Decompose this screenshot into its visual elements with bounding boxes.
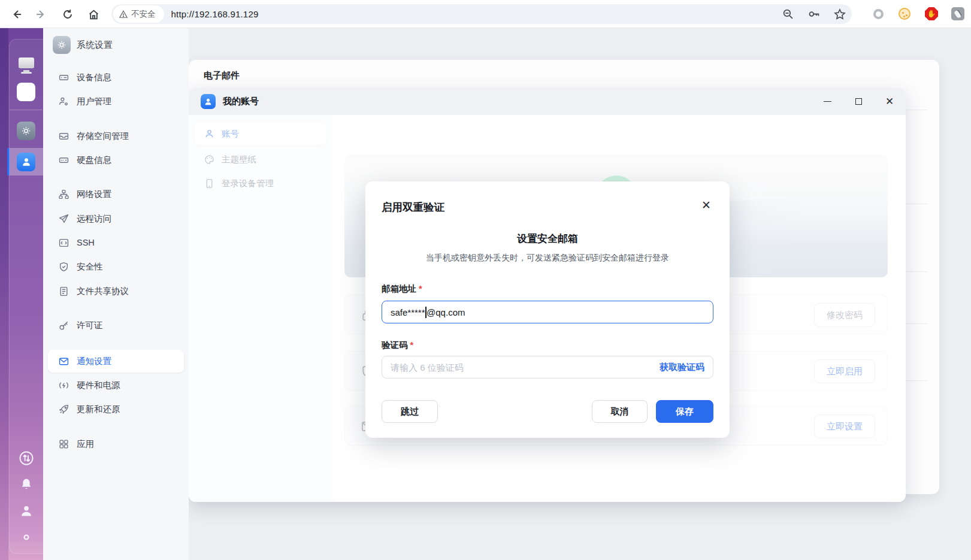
menu-label: 文件共享协议 bbox=[77, 286, 129, 297]
sidebar-item-storage-management[interactable]: 存储空间管理 bbox=[48, 125, 184, 147]
menu-label: 安全性 bbox=[77, 261, 103, 273]
menu-label: 硬盘信息 bbox=[77, 155, 111, 166]
menu-label: 存储空间管理 bbox=[77, 131, 129, 142]
settings-gear-icon[interactable] bbox=[9, 523, 43, 551]
account-window-icon bbox=[201, 94, 216, 109]
terminal-icon bbox=[59, 238, 69, 248]
reload-icon[interactable] bbox=[59, 5, 77, 23]
menu-label: 应用 bbox=[77, 438, 94, 450]
desktop-icon[interactable] bbox=[9, 49, 43, 77]
menu-label: 远程访问 bbox=[77, 213, 111, 225]
dialog-heading: 设置安全邮箱 bbox=[365, 232, 730, 246]
url-text[interactable]: http://192.168.91.129 bbox=[171, 9, 259, 19]
account-app-icon[interactable] bbox=[9, 148, 43, 175]
sidebar-item-network-settings[interactable]: 网络设置 bbox=[48, 183, 184, 205]
back-icon[interactable] bbox=[8, 5, 26, 23]
browser-toolbar: 不安全 http://192.168.91.129 ✋ bbox=[0, 0, 971, 28]
maximize-icon[interactable] bbox=[853, 96, 864, 107]
required-asterisk: * bbox=[410, 340, 414, 350]
cancel-button[interactable]: 取消 bbox=[592, 400, 648, 423]
grid-icon bbox=[59, 439, 69, 449]
sidebar-item-update-restore[interactable]: 更新和还原 bbox=[48, 398, 184, 420]
disk-icon bbox=[59, 155, 69, 165]
my-account-titlebar[interactable]: 我的账号 ✕ bbox=[189, 88, 906, 115]
sidebar-item-device-info[interactable]: 设备信息 bbox=[48, 66, 184, 89]
email-value-domain: @qq.com bbox=[426, 307, 465, 317]
dialog-close-icon[interactable]: ✕ bbox=[700, 198, 713, 211]
address-bar-actions bbox=[782, 4, 846, 24]
save-button[interactable]: 保存 bbox=[656, 400, 713, 423]
required-asterisk: * bbox=[419, 284, 422, 293]
sidebar-item-security[interactable]: 安全性 bbox=[48, 255, 184, 278]
document-icon bbox=[59, 286, 69, 296]
sidebar-item-remote-access[interactable]: 远程访问 bbox=[48, 207, 184, 230]
settings-menu-title: 系统设置 bbox=[77, 40, 113, 51]
menu-label: 通知设置 bbox=[77, 356, 111, 367]
extension-adblock-icon[interactable]: ✋ bbox=[924, 7, 939, 21]
app-center-icon[interactable] bbox=[9, 78, 43, 105]
sidebar-item-hardware-power[interactable]: 硬件和电源 bbox=[48, 374, 184, 396]
shield-icon bbox=[59, 262, 69, 272]
get-code-link[interactable]: 获取验证码 bbox=[660, 362, 704, 373]
rocket-icon bbox=[59, 404, 69, 414]
forward-icon[interactable] bbox=[32, 5, 50, 23]
code-label: 验证码* bbox=[382, 340, 413, 351]
menu-label: SSH bbox=[77, 238, 95, 247]
email-panel-title: 电子邮件 bbox=[204, 70, 240, 81]
extension-donut-icon[interactable] bbox=[871, 7, 885, 21]
enable-2fa-dialog: 启用双重验证 ✕ 设置安全邮箱 当手机或密钥意外丢失时，可发送紧急验证码到安全邮… bbox=[365, 181, 730, 438]
settings-app-badge-icon bbox=[53, 36, 71, 54]
menu-label: 设备信息 bbox=[77, 72, 111, 83]
settings-menu-header: 系统设置 bbox=[53, 36, 113, 54]
zoom-icon[interactable] bbox=[782, 8, 794, 20]
drive-icon bbox=[59, 72, 69, 83]
user-gear-icon bbox=[59, 96, 69, 107]
rail-divider bbox=[10, 110, 43, 110]
sidebar-item-notification-settings[interactable]: 通知设置 bbox=[48, 350, 184, 373]
app-rail bbox=[0, 28, 43, 560]
paper-plane-icon bbox=[59, 214, 69, 224]
storage-icon bbox=[59, 131, 69, 141]
code-label-text: 验证码 bbox=[382, 340, 408, 350]
warning-icon bbox=[119, 10, 128, 19]
envelope-icon bbox=[59, 356, 69, 367]
minimize-icon[interactable] bbox=[822, 96, 833, 107]
not-secure-chip[interactable]: 不安全 bbox=[113, 5, 164, 23]
sidebar-item-license[interactable]: 许可证 bbox=[48, 314, 184, 337]
code-field: 获取验证码 bbox=[382, 356, 713, 379]
window-close-icon[interactable]: ✕ bbox=[884, 96, 895, 107]
dialog-title: 启用双重验证 bbox=[382, 200, 444, 214]
user-profile-icon[interactable] bbox=[9, 497, 43, 525]
extension-mouse-icon[interactable] bbox=[951, 7, 965, 21]
power-icon bbox=[59, 380, 69, 391]
my-account-title: 我的账号 bbox=[223, 96, 259, 107]
address-bar[interactable]: 不安全 http://192.168.91.129 bbox=[111, 4, 852, 24]
home-icon[interactable] bbox=[84, 5, 102, 23]
skip-button[interactable]: 跳过 bbox=[382, 400, 438, 423]
sidebar-item-file-sharing[interactable]: 文件共享协议 bbox=[48, 280, 184, 302]
code-input[interactable] bbox=[391, 362, 660, 373]
dialog-description: 当手机或密钥意外丢失时，可发送紧急验证码到安全邮箱进行登录 bbox=[365, 253, 730, 264]
bookmark-star-icon[interactable] bbox=[834, 8, 846, 20]
email-label: 邮箱地址* bbox=[382, 283, 422, 295]
email-value-masked: safe***** bbox=[391, 307, 425, 317]
transfer-icon[interactable] bbox=[9, 444, 43, 472]
menu-label: 许可证 bbox=[77, 320, 103, 331]
sidebar-item-apps[interactable]: 应用 bbox=[48, 432, 184, 455]
network-icon bbox=[59, 189, 69, 199]
sidebar-item-ssh[interactable]: SSH bbox=[48, 231, 184, 254]
email-input[interactable]: safe*****@qq.com bbox=[382, 301, 713, 323]
menu-label: 更新和还原 bbox=[77, 404, 120, 415]
rail-edge bbox=[0, 28, 8, 560]
not-secure-label: 不安全 bbox=[131, 9, 156, 20]
settings-menu-panel: 系统设置 设备信息 用户管理 存储空间管理 硬盘信息 网络设置 远程访问 SSH… bbox=[43, 28, 189, 560]
menu-label: 用户管理 bbox=[77, 96, 111, 107]
notifications-bell-icon[interactable] bbox=[9, 471, 43, 498]
password-key-icon[interactable] bbox=[807, 8, 820, 20]
sidebar-item-disk-info[interactable]: 硬盘信息 bbox=[48, 149, 184, 171]
menu-label: 网络设置 bbox=[77, 189, 111, 200]
menu-label: 硬件和电源 bbox=[77, 380, 120, 391]
extension-cookie-icon[interactable] bbox=[897, 7, 912, 21]
system-settings-app-icon[interactable] bbox=[9, 117, 43, 144]
sidebar-item-user-management[interactable]: 用户管理 bbox=[48, 90, 184, 113]
